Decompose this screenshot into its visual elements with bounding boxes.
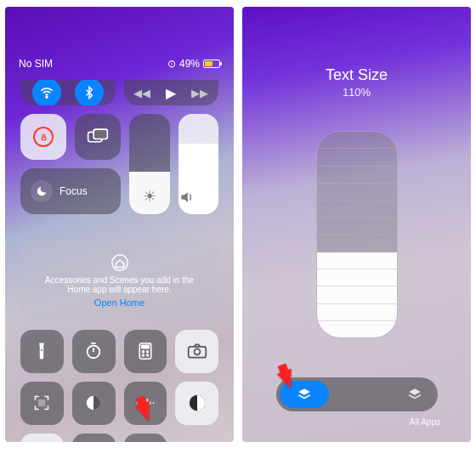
svg-rect-1: [42, 137, 46, 140]
open-home-link[interactable]: Open Home: [94, 298, 144, 308]
status-bar: No SIM ⊙ 49%: [5, 58, 234, 70]
brightness-slider[interactable]: ☀: [129, 114, 170, 214]
svg-point-11: [142, 354, 144, 356]
slider-step: [317, 321, 397, 337]
slider-step: [317, 149, 397, 166]
flashlight-button[interactable]: [20, 330, 64, 373]
hearing-button[interactable]: [72, 434, 116, 443]
slider-step: [317, 304, 397, 321]
svg-point-6: [88, 346, 100, 359]
svg-point-14: [194, 349, 200, 355]
timer-button[interactable]: [72, 330, 116, 373]
calculator-button[interactable]: [124, 330, 167, 373]
slider-step: [317, 167, 397, 184]
carrier-label: No SIM: [19, 58, 53, 70]
slider-step: [317, 269, 397, 286]
text-size-button[interactable]: AA: [124, 434, 167, 443]
connectivity-tile[interactable]: [20, 80, 116, 105]
screen-mirroring-tile[interactable]: [75, 114, 121, 160]
battery-icon: [203, 60, 220, 68]
control-center-screen: No SIM ⊙ 49% ◀◀ ▶ ▶▶: [5, 7, 234, 442]
scope-all-apps-label: All Apps: [410, 417, 440, 427]
svg-point-10: [146, 351, 148, 353]
volume-icon: [178, 189, 219, 206]
media-controls-tile[interactable]: ◀◀ ▶ ▶▶: [124, 80, 219, 105]
previous-icon[interactable]: ◀◀: [133, 87, 150, 99]
focus-tile[interactable]: Focus: [20, 168, 121, 214]
rotation-lock-icon: [33, 127, 54, 147]
home-card[interactable]: Accessories and Scenes you add in the Ho…: [20, 240, 218, 321]
svg-point-4: [111, 255, 127, 270]
svg-point-0: [46, 96, 48, 98]
play-icon[interactable]: ▶: [166, 85, 176, 101]
svg-rect-5: [42, 349, 42, 351]
home-message: Accessories and Scenes you add in the Ho…: [41, 275, 198, 294]
dark-mode-button[interactable]: [72, 382, 116, 425]
bluetooth-icon[interactable]: [75, 80, 104, 105]
accessibility-contrast-button[interactable]: [175, 382, 218, 425]
next-icon[interactable]: ▶▶: [191, 87, 208, 99]
slider-step: [317, 184, 397, 201]
camera-button[interactable]: [175, 330, 218, 373]
moon-icon: [31, 180, 53, 202]
shortcut-grid: AA: [20, 330, 218, 442]
stack-icon: [407, 387, 422, 402]
svg-point-12: [146, 354, 148, 356]
slider-step: [317, 286, 397, 303]
text-size-header: Text Size 110%: [242, 66, 471, 99]
slider-step: [317, 201, 397, 218]
low-power-button[interactable]: [20, 434, 64, 443]
slider-step: [317, 132, 397, 149]
qr-scanner-button[interactable]: [20, 382, 64, 425]
home-icon: [110, 253, 129, 272]
text-size-slider[interactable]: [316, 131, 398, 338]
text-size-percent: 110%: [242, 86, 471, 99]
text-size-title: Text Size: [242, 66, 471, 84]
scope-all-apps[interactable]: [329, 387, 434, 402]
svg-rect-3: [94, 129, 107, 139]
slider-step: [317, 252, 397, 269]
text-size-screen: Text Size 110% All Apps: [242, 7, 471, 442]
svg-rect-15: [39, 400, 45, 406]
focus-label: Focus: [60, 185, 88, 197]
svg-rect-8: [142, 346, 149, 348]
rotation-lock-tile[interactable]: [20, 114, 66, 160]
brightness-icon: ☀: [129, 187, 170, 206]
slider-step: [317, 218, 397, 235]
wifi-icon[interactable]: [32, 80, 61, 105]
control-center-grid: ◀◀ ▶ ▶▶: [20, 80, 218, 223]
stack-icon: [297, 387, 312, 402]
screen-mirroring-icon: [87, 128, 109, 145]
svg-point-9: [142, 351, 144, 353]
lock-orientation-glyph: ⊙: [167, 58, 176, 70]
battery-percent: 49%: [179, 58, 200, 70]
scope-toggle[interactable]: [276, 377, 438, 411]
volume-slider[interactable]: [178, 114, 219, 214]
slider-step: [317, 235, 397, 252]
